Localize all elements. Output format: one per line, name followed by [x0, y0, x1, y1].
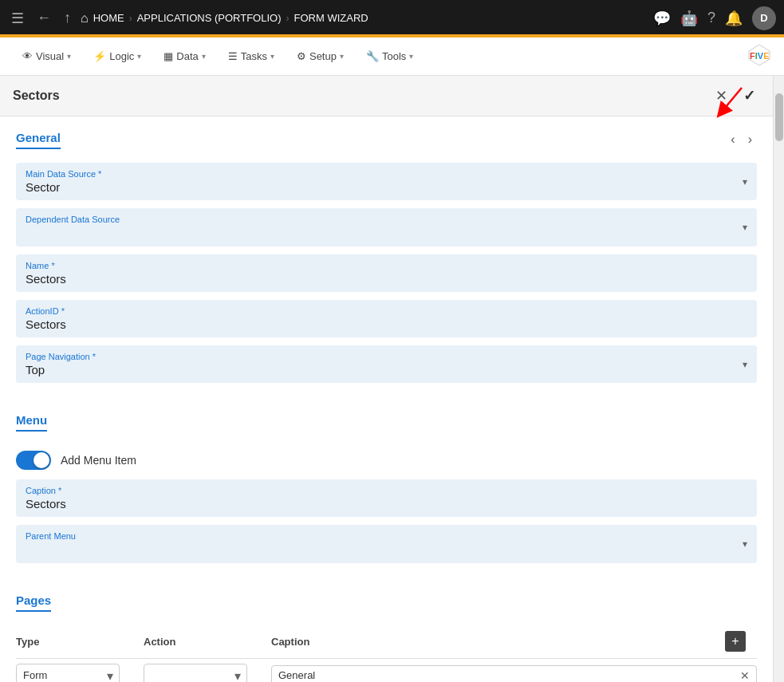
next-nav-button[interactable]: › — [743, 129, 757, 150]
up-icon[interactable]: ↑ — [61, 6, 74, 30]
caption-value: Sectors — [26, 497, 747, 511]
add-row-button[interactable]: + — [725, 631, 746, 652]
five-logo-icon: FIVE — [747, 43, 771, 67]
menu-section-header: Menu — [0, 400, 773, 435]
dependent-data-source-label: Dependent Data Source — [26, 215, 747, 224]
visual-caret: ▾ — [67, 52, 71, 61]
avatar[interactable]: D — [752, 6, 776, 30]
tasks-caret: ▾ — [270, 52, 274, 61]
dependent-data-source-field[interactable]: Dependent Data Source ▾ — [16, 208, 757, 246]
back-icon[interactable]: ← — [33, 6, 54, 30]
prev-nav-button[interactable]: ‹ — [726, 129, 739, 150]
parent-menu-label: Parent Menu — [26, 531, 747, 541]
pages-table-header: Type Action Caption + — [16, 625, 757, 659]
main-toolbar: 👁 Visual ▾ ⚡ Logic ▾ ▦ Data ▾ ☰ Tasks ▾ … — [0, 37, 784, 76]
add-menu-item-row: Add Menu Item — [16, 444, 757, 479]
parent-menu-value — [26, 542, 747, 557]
tools-caret: ▾ — [409, 52, 413, 61]
notifications-icon[interactable]: 🔔 — [725, 10, 743, 27]
form-wizard-link[interactable]: FORM WIZARD — [294, 12, 368, 24]
scrollbar[interactable] — [773, 76, 784, 682]
scrollbar-thumb[interactable] — [775, 93, 783, 141]
caption-input[interactable] — [278, 669, 734, 681]
tools-icon: 🔧 — [366, 50, 379, 62]
menu-icon[interactable]: ☰ — [8, 6, 27, 30]
toggle-knob — [33, 452, 49, 468]
toolbar-data[interactable]: ▦ Data ▾ — [154, 45, 215, 67]
close-button[interactable]: ✕ — [711, 85, 732, 106]
help-icon[interactable]: ? — [707, 10, 715, 26]
visual-label: Visual — [36, 50, 64, 62]
caption-field-row: ✕ — [271, 665, 757, 683]
action-cell — [144, 664, 271, 682]
type-cell: Form — [16, 664, 144, 682]
menu-section-title: Menu — [16, 413, 47, 432]
caption-field[interactable]: Caption * Sectors — [16, 479, 757, 517]
scrollbar-track — [774, 76, 784, 682]
caption-clear-button[interactable]: ✕ — [740, 669, 750, 682]
dependent-data-source-arrow: ▾ — [743, 222, 747, 233]
logic-icon: ⚡ — [93, 50, 106, 62]
toolbar-visual[interactable]: 👁 Visual ▾ — [13, 45, 81, 67]
toolbar-logic[interactable]: ⚡ Logic ▾ — [84, 45, 151, 67]
pages-form: Type Action Caption + Form — [0, 615, 773, 682]
setup-caret: ▾ — [340, 52, 344, 61]
col-caption-header: Caption — [271, 636, 725, 648]
confirm-button[interactable]: ✓ — [739, 85, 760, 106]
logic-caret: ▾ — [137, 52, 141, 61]
toolbar-tools[interactable]: 🔧 Tools ▾ — [357, 45, 423, 67]
parent-menu-field[interactable]: Parent Menu ▾ — [16, 525, 757, 563]
left-panel: Sectors ✕ ✓ General ‹ › — [0, 76, 773, 682]
toolbar-setup[interactable]: ⚙ Setup ▾ — [287, 45, 353, 67]
main-container: Sectors ✕ ✓ General ‹ › — [0, 76, 784, 682]
main-data-source-field[interactable]: Main Data Source * Sector ▾ — [16, 163, 757, 200]
page-navigation-field[interactable]: Page Navigation * Top ▾ — [16, 345, 757, 383]
toolbar-tasks[interactable]: ☰ Tasks ▾ — [219, 45, 284, 67]
col-action-header: Action — [144, 636, 271, 648]
robot-icon[interactable]: 🤖 — [680, 10, 698, 27]
nav-arrows: ‹ › — [726, 129, 757, 150]
data-icon: ▦ — [163, 50, 173, 62]
main-data-source-label: Main Data Source * — [26, 169, 747, 179]
add-menu-item-toggle[interactable] — [16, 451, 51, 470]
breadcrumb-sep-2: › — [286, 13, 290, 24]
name-value: Sectors — [26, 272, 747, 286]
page-navigation-label: Page Navigation * — [26, 352, 747, 361]
col-type-header: Type — [16, 636, 144, 648]
parent-menu-arrow: ▾ — [743, 538, 747, 550]
tools-label: Tools — [382, 50, 406, 62]
panel-header: Sectors ✕ ✓ — [0, 76, 773, 116]
data-caret: ▾ — [202, 52, 206, 61]
general-form: Main Data Source * Sector ▾ Dependent Da… — [0, 153, 773, 400]
action-select-wrapper — [144, 664, 247, 682]
breadcrumb-sep-1: › — [129, 13, 132, 24]
tasks-icon: ☰ — [228, 50, 238, 62]
add-menu-item-label: Add Menu Item — [61, 454, 136, 467]
action-id-label: ActionID * — [26, 306, 747, 316]
general-section-header: General ‹ › — [0, 116, 773, 153]
setup-icon: ⚙ — [297, 50, 306, 62]
table-row: Form ✕ — [16, 659, 757, 682]
pages-section-title: Pages — [16, 593, 51, 612]
top-nav-right: 💬 🤖 ? 🔔 D — [653, 6, 776, 30]
main-data-source-arrow: ▾ — [743, 176, 747, 187]
logic-label: Logic — [109, 50, 134, 62]
page-navigation-value: Top — [26, 363, 747, 376]
chat-icon[interactable]: 💬 — [653, 10, 671, 27]
dependent-data-source-value — [26, 226, 747, 240]
pages-section-header: Pages — [0, 581, 773, 615]
name-field[interactable]: Name * Sectors — [16, 254, 757, 292]
type-select[interactable]: Form — [16, 664, 120, 682]
svg-text:FIVE: FIVE — [750, 51, 769, 61]
home-link[interactable]: HOME — [93, 12, 124, 24]
menu-form: Add Menu Item Caption * Sectors Parent M… — [0, 435, 773, 581]
setup-label: Setup — [309, 50, 337, 62]
breadcrumb: ⌂ HOME › APPLICATIONS (PORTFOLIO) › FORM… — [81, 11, 647, 26]
top-navigation: ☰ ← ↑ ⌂ HOME › APPLICATIONS (PORTFOLIO) … — [0, 0, 784, 36]
portfolio-link[interactable]: APPLICATIONS (PORTFOLIO) — [137, 12, 282, 24]
action-select[interactable] — [144, 664, 247, 682]
main-data-source-value: Sector — [26, 180, 747, 194]
action-id-field[interactable]: ActionID * Sectors — [16, 300, 757, 337]
panel-header-actions: ✕ ✓ — [711, 85, 760, 106]
type-select-wrapper: Form — [16, 664, 120, 682]
